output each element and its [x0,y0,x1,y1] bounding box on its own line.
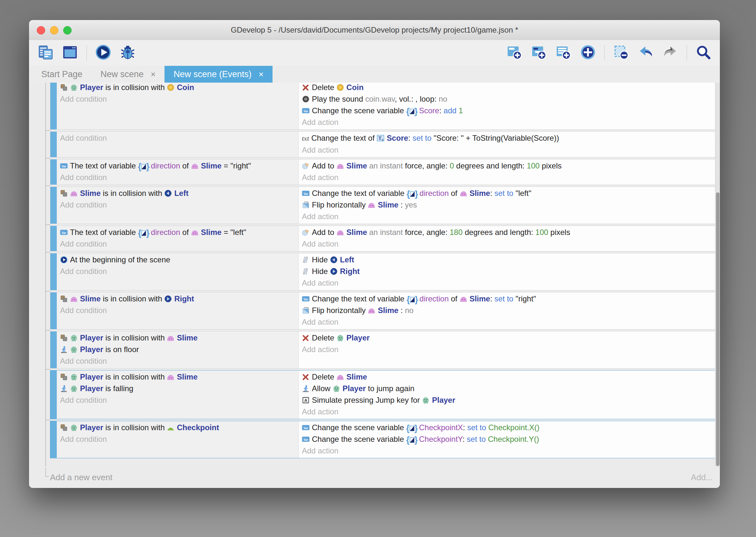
delete-event-button[interactable] [613,45,629,61]
add-action-link[interactable]: Add action [302,316,712,328]
action-sentence[interactable]: ASimulate pressing Jump key for Player [302,394,712,406]
add-action-link[interactable]: Add action [302,277,712,289]
sentence-text: Left [174,189,188,197]
action-sentence[interactable]: Hide Left [302,254,712,266]
sentence-text: of [180,228,191,236]
event-selection-bar[interactable] [50,132,57,157]
event-selection-bar[interactable] [50,83,57,129]
condition-sentence[interactable]: Player is in collision with Checkpoint [60,422,296,434]
action-sentence[interactable]: Add to Slime an instant force, angle: 18… [302,227,712,238]
search-button[interactable] [695,45,711,61]
add-event-button[interactable] [506,45,522,61]
event-selection-bar[interactable] [50,187,57,224]
action-sentence[interactable]: Add to Slime an instant force, angle: 0 … [302,160,712,172]
slime-icon [460,295,467,303]
action-sentence[interactable]: Hide Right [302,266,712,277]
add-new-event-button[interactable]: Add a new event [50,473,113,482]
sentence-text: , vol.: , loop: [395,95,439,103]
condition-sentence[interactable]: Slime is in collision with Left [60,187,296,199]
event-selection-bar[interactable] [50,421,57,458]
condition-sentence[interactable]: Player is in collision with Slime [60,371,296,383]
event-conditions-cell: VarThe text of variable {}direction of S… [57,226,299,251]
debug-button[interactable] [120,45,136,61]
add-condition-link[interactable]: Add condition [60,93,296,105]
close-tab-icon[interactable]: × [151,69,155,79]
condition-sentence[interactable]: Player is in collision with Coin [60,83,296,93]
preview-play-button[interactable] [95,45,111,61]
action-sentence[interactable]: Delete Slime [302,371,712,383]
add-circle-button[interactable] [580,45,596,61]
zoom-window-button[interactable] [63,26,72,34]
add-action-link[interactable]: Add action [302,116,712,128]
sentence-text: Delete [312,83,336,92]
condition-sentence[interactable]: Player is in collision with Slime [60,332,296,344]
action-sentence[interactable]: Delete Player [302,332,712,344]
add-condition-link[interactable]: Add condition [60,394,296,406]
action-sentence[interactable]: VarChange the scene variable {}Checkpoin… [302,422,712,434]
sentence-text: "Score: " + ToString(Variable(Score)) [434,134,559,142]
add-action-link[interactable]: Add action [302,445,712,457]
add-condition-link[interactable]: Add condition [60,434,296,445]
sentence-text: to jump again [366,384,414,393]
tab-new-scene-events[interactable]: New scene (Events) × [165,66,273,83]
action-sentence[interactable]: Flip horizontally Slime : yes [302,199,712,211]
condition-sentence[interactable]: VarThe text of variable {}direction of S… [60,160,296,172]
player-icon [70,334,78,342]
event-selection-bar[interactable] [50,253,57,290]
sentence-text: Checkpoint.X() [488,423,540,432]
project-manager-button[interactable] [37,45,54,61]
add-more-button[interactable]: Add... [691,473,713,482]
condition-sentence[interactable]: Player is on floor [60,344,296,355]
action-sentence[interactable]: VarChange the scene variable {}Score: ad… [302,105,712,116]
sentence-text: : [408,134,412,142]
action-sentence[interactable]: Delete Coin [302,83,712,93]
action-sentence[interactable]: VarChange the text of variable {}directi… [302,187,712,199]
sentence-text: CheckpointX [419,423,463,432]
slime-icon [336,373,344,381]
add-condition-link[interactable]: Add condition [60,305,296,316]
add-condition-link[interactable]: Add condition [60,266,296,277]
action-sentence[interactable]: Play the sound coin.wav, vol.: , loop: n… [302,93,712,105]
action-sentence[interactable]: VarChange the scene variable {}Checkpoin… [302,434,712,445]
action-sentence[interactable]: Flip horizontally Slime : no [302,305,712,316]
scrollbar-thumb[interactable] [716,192,720,466]
undo-button[interactable] [638,45,654,61]
tab-start-page[interactable]: Start Page [32,66,92,83]
add-action-link[interactable]: Add action [302,144,712,156]
action-sentence[interactable]: Allow Player to jump again [302,383,712,394]
scene-editor-button[interactable] [62,45,78,61]
add-action-link[interactable]: Add action [302,344,712,355]
action-sentence[interactable]: txtChange the text of TxScore: set to "S… [302,132,712,144]
sentence-text: = "right" [222,161,251,170]
sentence-text: Flip horizontally [312,200,368,209]
minimize-window-button[interactable] [50,26,58,34]
action-sentence[interactable]: VarChange the text of variable {}directi… [302,293,712,305]
add-condition-link[interactable]: Add condition [60,355,296,367]
condition-sentence[interactable]: Slime is in collision with Right [60,293,296,305]
add-action-link[interactable]: Add action [302,238,712,250]
redo-button[interactable] [662,45,678,61]
sentence-text: Right [340,267,359,275]
add-action-link[interactable]: Add action [302,211,712,222]
event-selection-bar[interactable] [50,292,57,329]
tab-new-scene[interactable]: New scene × [92,66,165,83]
add-condition-link[interactable]: Add condition [60,238,296,250]
event-selection-bar[interactable] [50,159,57,185]
add-subevent-button[interactable] [531,45,547,61]
condition-sentence[interactable]: VarThe text of variable {}direction of S… [60,227,296,238]
add-condition-link[interactable]: Add condition [60,172,296,183]
add-action-link[interactable]: Add action [302,406,712,418]
add-comment-button[interactable] [555,45,572,61]
event-selection-bar[interactable] [50,331,57,368]
close-window-button[interactable] [37,26,45,34]
condition-sentence[interactable]: At the beginning of the scene [60,254,296,266]
add-condition-link[interactable]: Add condition [60,199,296,211]
add-condition-link[interactable]: Add condition [60,132,296,144]
sentence-text: degrees and length: [463,228,535,236]
event-selection-bar[interactable] [50,370,57,419]
condition-sentence[interactable]: Player is falling [60,383,296,394]
add-action-link[interactable]: Add action [302,172,712,183]
sentence-text: Slime [378,306,398,315]
close-tab-icon[interactable]: × [259,69,263,79]
event-selection-bar[interactable] [50,226,57,251]
